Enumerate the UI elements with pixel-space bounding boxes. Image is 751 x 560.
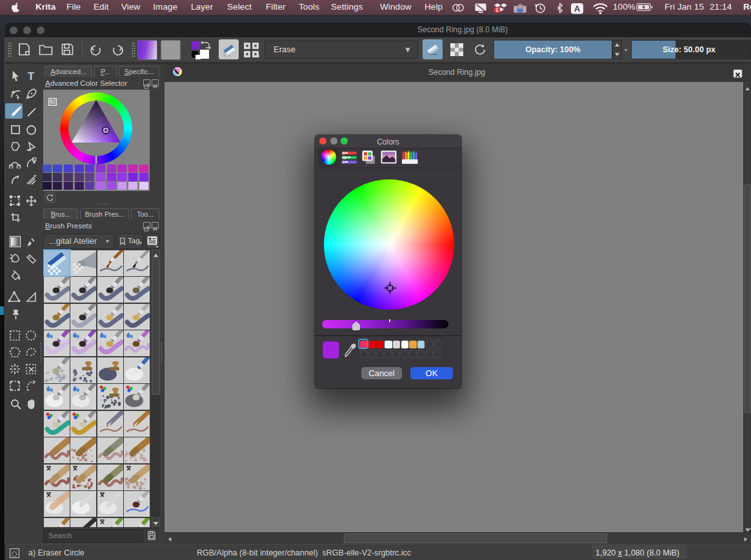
svg-text:1: 1 bbox=[496, 7, 498, 13]
svg-text:T: T bbox=[28, 71, 35, 81]
svg-text:A: A bbox=[574, 4, 581, 14]
